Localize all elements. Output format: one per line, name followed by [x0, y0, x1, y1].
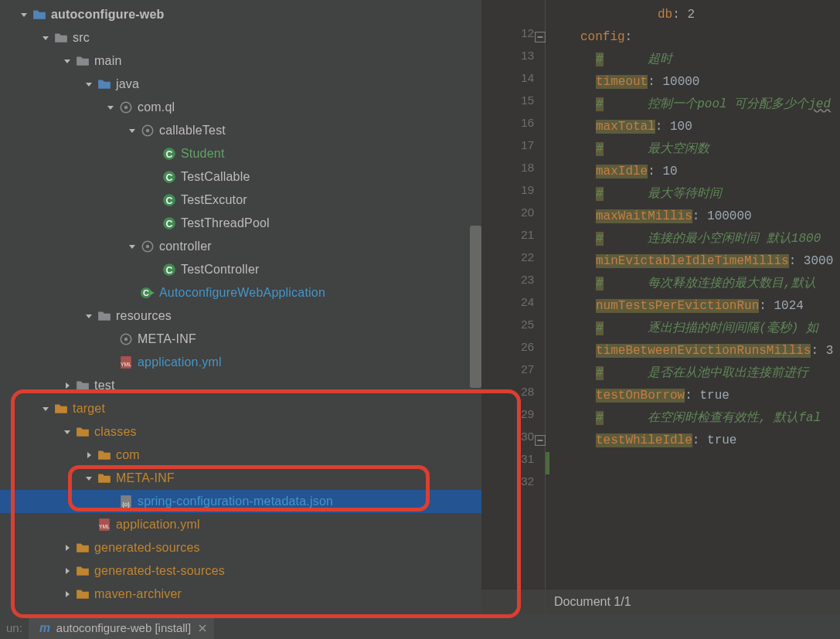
code-line[interactable]: maxTotal: 100 — [596, 116, 692, 138]
gutter-line-number[interactable]: 12 — [488, 26, 534, 39]
tree-row[interactable]: controller — [0, 235, 481, 258]
gutter-line-number[interactable]: 32 — [488, 474, 534, 488]
chevron-down-icon[interactable] — [19, 11, 29, 19]
tree-row[interactable]: com.ql — [0, 96, 481, 119]
tree-row[interactable]: test — [0, 374, 481, 397]
tree-row[interactable]: generated-sources — [0, 536, 481, 559]
tree-row[interactable]: main — [0, 49, 481, 73]
chevron-down-icon[interactable] — [62, 57, 73, 65]
tree-row[interactable]: java — [0, 73, 481, 96]
gutter-line-number[interactable]: 16 — [488, 116, 534, 129]
tree-row[interactable]: CTestThreadPool — [0, 212, 481, 235]
tree-row[interactable]: META-INF — [0, 328, 481, 351]
gutter-line-number[interactable]: 23 — [488, 273, 534, 286]
gutter-line-number[interactable]: 15 — [488, 93, 534, 107]
code-line[interactable]: # 在空闲时检查有效性, 默认fal — [596, 407, 821, 430]
gutter-line-number[interactable]: 19 — [488, 183, 534, 196]
code-line[interactable]: # 控制一个pool 可分配多少个jed — [596, 93, 831, 116]
chevron-down-icon[interactable] — [62, 428, 73, 436]
gutter-line-number[interactable]: 28 — [488, 385, 534, 398]
package-icon — [141, 124, 155, 138]
status-bar: Document 1/1 — [481, 589, 840, 614]
gutter-line-number[interactable]: 13 — [488, 49, 534, 62]
code-token: config — [580, 30, 625, 44]
json-icon: {o} — [119, 495, 133, 508]
tree-row[interactable]: src — [0, 26, 481, 49]
tree-row[interactable]: callableTest — [0, 119, 481, 142]
tree-row[interactable]: CStudent — [0, 142, 481, 165]
status-document-position: Document 1/1 — [554, 595, 631, 609]
code-line[interactable]: numTestsPerEvictionRun: 1024 — [596, 295, 804, 318]
code-line[interactable]: minEvictableIdleTimeMillis: 3000 — [596, 250, 833, 273]
gutter-line-number[interactable]: 26 — [488, 340, 534, 353]
fold-toggle-icon[interactable] — [535, 32, 546, 42]
code-line[interactable]: db: 2 — [658, 4, 695, 26]
chevron-down-icon[interactable] — [83, 80, 94, 88]
chevron-down-icon[interactable] — [40, 405, 51, 413]
code-line[interactable]: timeout: 10000 — [596, 71, 699, 93]
code-line[interactable]: # 每次释放连接的最大数目,默认 — [596, 273, 816, 295]
code-line[interactable]: # 最大空闲数 — [596, 138, 709, 161]
gutter-line-number[interactable]: 25 — [488, 318, 534, 331]
chevron-down-icon[interactable] — [105, 104, 116, 111]
chevron-right-icon[interactable] — [62, 590, 73, 598]
chevron-right-icon[interactable] — [83, 451, 94, 459]
tree-row[interactable]: YMLapplication.yml — [0, 513, 481, 536]
tree-row[interactable]: META-INF — [0, 467, 481, 490]
tree-row[interactable]: CTestExcutor — [0, 189, 481, 212]
code-line[interactable]: # 逐出扫描的时间间隔(毫秒) 如 — [596, 318, 818, 340]
gutter-line-number[interactable]: 21 — [488, 228, 534, 241]
tree-row[interactable]: com — [0, 444, 481, 467]
chevron-down-icon[interactable] — [83, 474, 94, 482]
code-token — [604, 366, 648, 380]
chevron-right-icon[interactable] — [62, 544, 73, 552]
tree-row[interactable]: maven-archiver — [0, 583, 481, 606]
close-icon[interactable] — [199, 621, 206, 634]
code-line[interactable]: config: — [580, 26, 632, 49]
gutter-line-number[interactable]: 30 — [488, 430, 534, 443]
gutter-line-number[interactable]: 29 — [488, 407, 534, 420]
code-line[interactable]: timeBetweenEvictionRunsMillis: 3 — [596, 340, 833, 362]
gutter-line-number[interactable]: 24 — [488, 295, 534, 308]
tree-row[interactable]: YMLapplication.yml — [0, 351, 481, 374]
tree-row[interactable]: CTestCallable — [0, 165, 481, 189]
chevron-down-icon[interactable] — [127, 243, 138, 250]
tree-row[interactable]: CAutoconfigureWebApplication — [0, 281, 481, 304]
code-line[interactable]: testOnBorrow: true — [596, 385, 729, 407]
package-icon — [119, 332, 133, 346]
tree-row[interactable]: resources — [0, 304, 481, 328]
tree-row[interactable]: autoconfigure-web — [0, 3, 481, 26]
chevron-down-icon[interactable] — [83, 312, 94, 320]
code-token: 100000 — [707, 209, 752, 223]
editor-fold-strip[interactable] — [532, 0, 549, 614]
folder-o-icon — [76, 564, 90, 578]
gutter-line-number[interactable]: 18 — [488, 161, 534, 174]
run-tab[interactable]: m autoconfigure-web [install] — [29, 616, 214, 639]
project-tree-scrollbar[interactable] — [470, 226, 481, 388]
code-line[interactable]: maxIdle: 10 — [596, 161, 678, 183]
folder-icon — [54, 31, 68, 45]
gutter-line-number[interactable]: 27 — [488, 362, 534, 376]
code-line[interactable]: # 是否在从池中取出连接前进行 — [596, 362, 808, 385]
chevron-down-icon[interactable] — [127, 127, 138, 134]
code-line[interactable]: # 最大等待时间 — [596, 183, 722, 206]
code-line[interactable]: maxWaitMillis: 100000 — [596, 206, 752, 228]
tree-row[interactable]: {o}spring-configuration-metadata.json — [0, 490, 481, 513]
gutter-line-number[interactable]: 22 — [488, 250, 534, 263]
code-line[interactable]: # 连接的最小空闲时间 默认1800 — [596, 228, 821, 250]
folder-o-icon — [76, 541, 90, 555]
gutter-line-number[interactable]: 20 — [488, 206, 534, 219]
gutter-line-number[interactable]: 17 — [488, 138, 534, 151]
project-tree[interactable]: autoconfigure-websrcmainjavacom.qlcallab… — [0, 0, 481, 606]
gutter-line-number[interactable]: 31 — [488, 452, 534, 465]
tree-row[interactable]: target — [0, 397, 481, 420]
gutter-line-number[interactable]: 14 — [488, 71, 534, 84]
tree-row[interactable]: CTestController — [0, 258, 481, 281]
chevron-right-icon[interactable] — [62, 382, 73, 389]
chevron-down-icon[interactable] — [40, 34, 51, 42]
code-line[interactable]: # 超时 — [596, 49, 672, 71]
fold-toggle-icon[interactable] — [535, 435, 546, 446]
tree-row[interactable]: classes — [0, 420, 481, 444]
chevron-right-icon[interactable] — [62, 567, 73, 575]
tree-row[interactable]: generated-test-sources — [0, 559, 481, 583]
